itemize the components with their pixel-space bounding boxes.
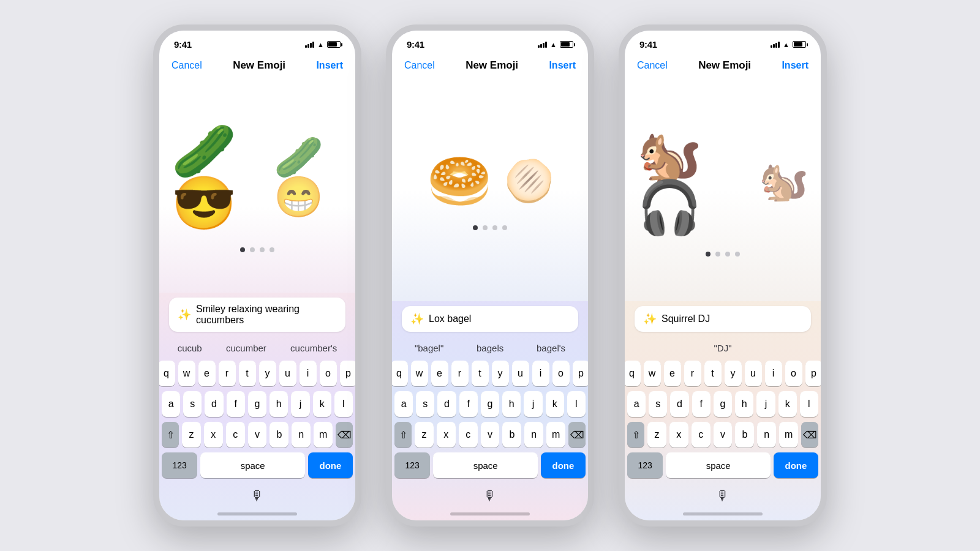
key-backspace[interactable]: ⌫ — [568, 422, 586, 448]
dot-3[interactable] — [260, 247, 265, 252]
key-n[interactable]: n — [292, 422, 311, 448]
dot-4[interactable] — [502, 225, 507, 230]
key-g[interactable]: g — [714, 391, 732, 417]
dot-4[interactable] — [735, 252, 740, 257]
dot-3[interactable] — [725, 252, 730, 257]
key-b[interactable]: b — [502, 422, 521, 448]
key-w[interactable]: w — [411, 361, 428, 386]
key-z[interactable]: z — [415, 422, 434, 448]
emoji-main[interactable]: 🐿️🎧 — [637, 129, 747, 233]
key-u[interactable]: u — [512, 361, 529, 386]
key-shift[interactable]: ⇧ — [162, 422, 179, 448]
key-h[interactable]: h — [735, 391, 753, 417]
key-t[interactable]: t — [472, 361, 489, 386]
key-a[interactable]: a — [394, 391, 413, 417]
key-k[interactable]: k — [313, 391, 331, 417]
autocomplete-3[interactable]: bagel's — [532, 340, 570, 356]
key-done[interactable]: done — [308, 452, 353, 478]
key-g[interactable]: g — [481, 391, 499, 417]
mic-icon[interactable]: 🎙 — [251, 488, 264, 504]
key-b[interactable]: b — [270, 422, 288, 448]
key-a[interactable]: a — [162, 391, 180, 417]
key-r[interactable]: r — [219, 361, 236, 386]
key-q[interactable]: q — [392, 361, 408, 386]
key-w[interactable]: w — [178, 361, 195, 386]
key-j[interactable]: j — [291, 391, 309, 417]
emoji-alt[interactable]: 🥒😁 — [274, 137, 343, 217]
emoji-alt[interactable]: 🫓 — [504, 161, 554, 201]
key-i[interactable]: i — [300, 361, 317, 386]
key-s[interactable]: s — [183, 391, 202, 417]
key-d[interactable]: d — [670, 391, 688, 417]
key-o[interactable]: o — [785, 361, 802, 386]
key-r[interactable]: r — [451, 361, 469, 386]
key-a[interactable]: a — [627, 391, 646, 417]
key-r[interactable]: r — [684, 361, 701, 386]
key-f[interactable]: f — [459, 391, 478, 417]
key-i[interactable]: i — [765, 361, 782, 386]
dot-2[interactable] — [483, 225, 488, 230]
key-u[interactable]: u — [279, 361, 296, 386]
key-v[interactable]: v — [714, 422, 733, 448]
key-u[interactable]: u — [745, 361, 762, 386]
cancel-button[interactable]: Cancel — [404, 60, 435, 71]
key-f[interactable]: f — [692, 391, 710, 417]
key-x[interactable]: x — [669, 422, 688, 448]
search-input-wrapper[interactable]: ✨ Lox bagel — [402, 306, 578, 332]
key-z[interactable]: z — [647, 422, 666, 448]
key-l[interactable]: l — [567, 391, 586, 417]
key-done[interactable]: done — [774, 452, 818, 478]
key-e[interactable]: e — [431, 361, 448, 386]
key-space[interactable]: space — [200, 452, 304, 478]
key-b[interactable]: b — [735, 422, 754, 448]
key-space[interactable]: space — [666, 452, 770, 478]
search-input-wrapper[interactable]: ✨ Smiley relaxing wearing cucumbers — [169, 298, 345, 332]
key-i[interactable]: i — [532, 361, 549, 386]
key-c[interactable]: c — [226, 422, 245, 448]
key-q[interactable]: q — [625, 361, 641, 386]
insert-button[interactable]: Insert — [782, 60, 809, 71]
dot-4[interactable] — [270, 247, 274, 252]
emoji-alt[interactable]: 🐿️ — [759, 161, 809, 201]
key-backspace[interactable]: ⌫ — [801, 422, 818, 448]
key-k[interactable]: k — [546, 391, 564, 417]
insert-button[interactable]: Insert — [549, 60, 576, 71]
key-y[interactable]: y — [492, 361, 509, 386]
key-x[interactable]: x — [437, 422, 456, 448]
key-y[interactable]: y — [259, 361, 276, 386]
key-t[interactable]: t — [704, 361, 722, 386]
key-s[interactable]: s — [416, 391, 434, 417]
key-l[interactable]: l — [800, 391, 818, 417]
key-shift[interactable]: ⇧ — [627, 422, 644, 448]
key-l[interactable]: l — [334, 391, 353, 417]
autocomplete-1[interactable]: "DJ" — [709, 340, 737, 356]
cancel-button[interactable]: Cancel — [637, 60, 668, 71]
key-v[interactable]: v — [481, 422, 500, 448]
key-h[interactable]: h — [270, 391, 288, 417]
key-m[interactable]: m — [314, 422, 333, 448]
key-space[interactable]: space — [433, 452, 537, 478]
key-h[interactable]: h — [502, 391, 521, 417]
autocomplete-2[interactable]: cucumber — [221, 340, 271, 356]
key-v[interactable]: v — [248, 422, 267, 448]
search-input-wrapper[interactable]: ✨ Squirrel DJ — [635, 306, 811, 332]
dot-1[interactable] — [240, 247, 245, 252]
key-y[interactable]: y — [725, 361, 742, 386]
autocomplete-3[interactable]: cucumber's — [285, 340, 342, 356]
key-t[interactable]: t — [239, 361, 256, 386]
key-numbers[interactable]: 123 — [162, 452, 197, 478]
key-backspace[interactable]: ⌫ — [336, 422, 353, 448]
key-e[interactable]: e — [664, 361, 681, 386]
key-o[interactable]: o — [552, 361, 570, 386]
key-numbers[interactable]: 123 — [394, 452, 430, 478]
key-k[interactable]: k — [778, 391, 797, 417]
autocomplete-1[interactable]: "bagel" — [410, 340, 448, 356]
key-o[interactable]: o — [320, 361, 337, 386]
key-n[interactable]: n — [524, 422, 543, 448]
dot-2[interactable] — [715, 252, 720, 257]
key-c[interactable]: c — [692, 422, 710, 448]
key-done[interactable]: done — [541, 452, 586, 478]
dot-3[interactable] — [492, 225, 497, 230]
key-f[interactable]: f — [227, 391, 245, 417]
key-z[interactable]: z — [182, 422, 201, 448]
